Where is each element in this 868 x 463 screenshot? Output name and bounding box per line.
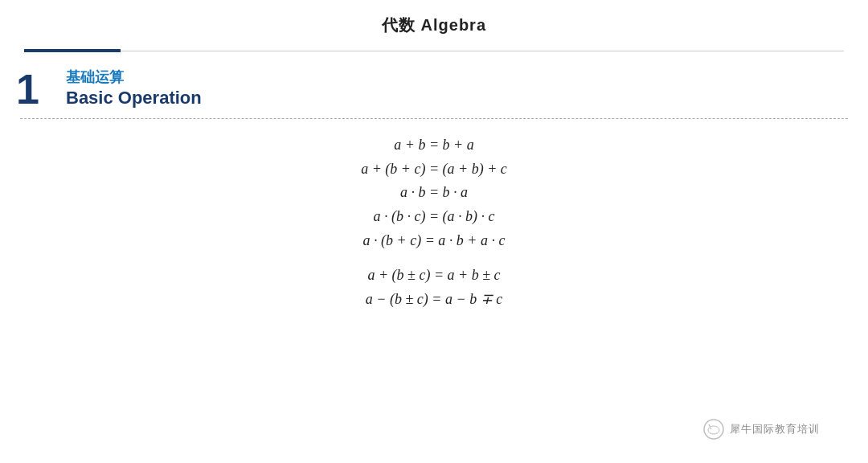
header-divider bbox=[0, 49, 868, 52]
formula-line-7: a − (b ± c) = a − b ∓ c bbox=[366, 288, 502, 312]
formula-line-4: a · (b · c) = (a · b) · c bbox=[373, 205, 494, 229]
svg-line-3 bbox=[709, 424, 710, 426]
formula-line-2: a + (b + c) = (a + b) + c bbox=[361, 158, 507, 182]
svg-point-0 bbox=[704, 420, 723, 439]
page: 代数 Algebra 1 基础运算 Basic Operation a + b … bbox=[0, 0, 868, 463]
formula-line-6: a + (b ± c) = a + b ± c bbox=[367, 264, 500, 288]
watermark: 犀牛国际教育培训 bbox=[702, 418, 820, 440]
formula-line-5: a · (b + c) = a · b + a · c bbox=[363, 229, 506, 253]
svg-point-4 bbox=[710, 428, 712, 430]
header-line-gray bbox=[121, 51, 844, 51]
section-title-chinese: 基础运算 bbox=[66, 68, 202, 87]
section-heading: 1 基础运算 Basic Operation bbox=[16, 68, 844, 110]
formula-line-1: a + b = b + a bbox=[394, 133, 473, 158]
header-line-accent bbox=[24, 49, 121, 52]
formulas-area: a + b = b + a a + (b + c) = (a + b) + c … bbox=[0, 133, 868, 312]
section-titles: 基础运算 Basic Operation bbox=[66, 68, 202, 110]
section-divider bbox=[20, 118, 848, 119]
formula-line-3: a · b = b · a bbox=[400, 181, 468, 205]
page-title: 代数 Algebra bbox=[382, 16, 486, 34]
watermark-icon bbox=[702, 418, 725, 440]
section-number: 1 bbox=[16, 68, 55, 110]
section-title-english: Basic Operation bbox=[66, 87, 202, 110]
header: 代数 Algebra bbox=[0, 0, 868, 44]
watermark-text: 犀牛国际教育培训 bbox=[730, 422, 820, 436]
